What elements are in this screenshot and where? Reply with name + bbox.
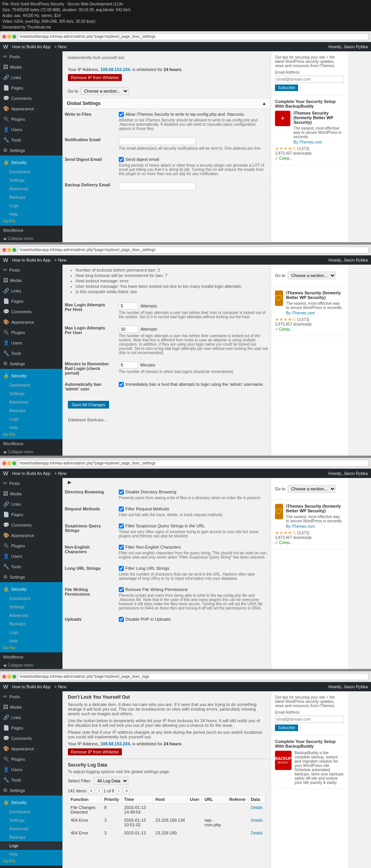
- subscribe-btn[interactable]: Subscribe: [275, 84, 298, 91]
- admin-bar-site-name[interactable]: How to Build An App: [12, 44, 51, 49]
- sidebar-sub-backups[interactable]: Backups: [0, 193, 62, 201]
- log-row-1-details-link[interactable]: Details: [251, 806, 263, 810]
- sidebar4-media[interactable]: 🖼 Media: [0, 702, 62, 712]
- admin-bar-new[interactable]: + New: [54, 44, 67, 49]
- sidebar3-comments[interactable]: 💬 Comments: [0, 520, 62, 530]
- uploads-checkbox-label[interactable]: Disable PHP in Uploads: [119, 617, 268, 622]
- admin-bar-site-name-4[interactable]: How to Build An App: [12, 684, 51, 689]
- sidebar4-pages[interactable]: 📄 Pages: [0, 723, 62, 733]
- sidebar4-appearance[interactable]: 🎨 Appearance: [0, 743, 62, 754]
- sidebar4-sub-advanced[interactable]: Advanced: [0, 824, 62, 833]
- sidebar2-comments[interactable]: 💬 Comments: [0, 306, 62, 317]
- sidebar4-sub-backups[interactable]: Backups: [0, 833, 62, 841]
- sidebar2-sub-advanced[interactable]: Advanced: [0, 398, 62, 406]
- remove-ip-whitelist-btn-1[interactable]: Remove IP from Whitelist: [68, 74, 122, 81]
- sidebar2-appearance[interactable]: 🎨 Appearance: [0, 317, 62, 327]
- sidebar3-sub-backups[interactable]: Backups: [0, 620, 62, 628]
- long-url-checkbox[interactable]: [119, 566, 124, 571]
- sidebar2-media[interactable]: 🖼 Media: [0, 275, 62, 285]
- sidebar3-pages[interactable]: 📄 Pages: [0, 509, 62, 520]
- sidebar2-wordfence[interactable]: Wordfence: [0, 439, 62, 448]
- admin-bar-new-4[interactable]: + New: [54, 684, 67, 689]
- maximize-button-3[interactable]: [12, 461, 16, 465]
- go-pro-link-4[interactable]: Go Pro: [0, 858, 62, 864]
- section-select-widget-3[interactable]: Choose a section...: [288, 485, 336, 493]
- close-button[interactable]: [2, 35, 6, 39]
- first-page-btn[interactable]: «: [88, 788, 95, 794]
- file-writing-checkbox-label[interactable]: Remove File Writing Permissions: [119, 587, 268, 592]
- sidebar3-tools[interactable]: 🔧 Tools: [0, 561, 62, 572]
- sidebar-item-wordfence[interactable]: Wordfence: [0, 226, 62, 235]
- sidebar-sub-logs[interactable]: Logs: [0, 201, 62, 210]
- send-digest-checkbox[interactable]: [119, 157, 124, 162]
- widget-email-input[interactable]: [275, 76, 344, 83]
- sidebar2-sub-dashboard[interactable]: Dashboard: [0, 381, 62, 389]
- sidebar3-settings[interactable]: ⚙ Settings: [0, 572, 62, 582]
- sidebar-sub-help[interactable]: Help: [0, 210, 62, 218]
- sidebar-item-settings[interactable]: ⚙ Settings: [0, 145, 62, 155]
- collapse-menu-btn-2[interactable]: ◀ Collapse menu: [0, 448, 62, 456]
- sidebar4-sub-logs[interactable]: Logs: [0, 841, 62, 850]
- sidebar4-sub-settings[interactable]: Settings: [0, 816, 62, 824]
- go-pro-link-2[interactable]: Go Pro: [0, 432, 62, 437]
- maximize-button-2[interactable]: [12, 248, 16, 252]
- sidebar4-security[interactable]: 🔒 Security: [0, 797, 62, 807]
- sidebar-item-appearance[interactable]: 🎨 Appearance: [0, 103, 62, 114]
- sidebar3-appearance[interactable]: 🎨 Appearance: [0, 530, 62, 540]
- maximize-button[interactable]: [12, 35, 16, 39]
- notification-email-input[interactable]: xbsjasondev@gmail.com: [119, 137, 196, 145]
- sidebar-item-posts[interactable]: ✏ Posts: [0, 51, 62, 62]
- section-select-1[interactable]: Choose a section...: [81, 87, 129, 95]
- go-pro-link[interactable]: Go Pro: [0, 218, 62, 224]
- url-bar-1[interactable]: howtobuildanapp.info/wp-admin/admin.php?…: [18, 33, 369, 40]
- section-select-widget[interactable]: Choose a section...: [288, 272, 336, 279]
- minimize-button-3[interactable]: [7, 461, 11, 465]
- sidebar3-users[interactable]: 👤 Users: [0, 551, 62, 561]
- log-row-2-details-link[interactable]: Details: [251, 818, 263, 822]
- sidebar-item-security[interactable]: 🔒 Security: [0, 157, 62, 167]
- sidebar2-settings[interactable]: ⚙ Settings: [0, 358, 62, 369]
- next-page-btn[interactable]: ›: [116, 788, 121, 794]
- filter-select[interactable]: All Log Data: [94, 777, 128, 785]
- sidebar2-pages[interactable]: 📄 Pages: [0, 296, 62, 306]
- file-writing-checkbox[interactable]: [119, 587, 124, 592]
- remove-ip-whitelist-btn-4[interactable]: Remove IP from Whitelist: [68, 748, 122, 755]
- send-digest-checkbox-label[interactable]: Send digest email: [119, 157, 268, 162]
- uploads-checkbox[interactable]: [119, 617, 124, 622]
- sidebar4-wordfence[interactable]: Wordfence: [0, 866, 62, 868]
- sidebar4-links[interactable]: 🔗 Links: [0, 712, 62, 723]
- sidebar2-sub-help[interactable]: Help: [0, 423, 62, 432]
- sidebar-item-links[interactable]: 🔗 Links: [0, 72, 62, 83]
- sidebar-sub-dashboard[interactable]: Dashboard: [0, 167, 62, 176]
- write-to-files-checkbox-label[interactable]: Allow iThemes Security to write to wp-co…: [119, 112, 268, 117]
- admin-bar-new-3[interactable]: + New: [54, 471, 67, 476]
- go-pro-link-3[interactable]: Go Pro: [0, 645, 62, 651]
- sidebar-sub-settings[interactable]: Settings: [0, 176, 62, 184]
- sidebar4-tools[interactable]: 🔧 Tools: [0, 775, 62, 785]
- sidebar-item-comments[interactable]: 💬 Comments: [0, 93, 62, 103]
- write-to-files-checkbox[interactable]: [119, 112, 124, 117]
- close-button-4[interactable]: [2, 675, 6, 679]
- prev-page-btn[interactable]: ‹: [96, 788, 102, 794]
- auto-ban-checkbox-label[interactable]: Immediately ban a host that attempts to …: [119, 382, 268, 387]
- collapse-menu-btn-3[interactable]: ◀ Collapse menu: [0, 662, 62, 669]
- sidebar4-sub-help[interactable]: Help: [0, 850, 62, 858]
- sidebar4-users[interactable]: 👤 Users: [0, 764, 62, 775]
- close-button-2[interactable]: [2, 248, 6, 252]
- sidebar3-sub-advanced[interactable]: Advanced: [0, 611, 62, 620]
- dir-browsing-checkbox[interactable]: [119, 490, 124, 495]
- max-login-user-input[interactable]: [119, 326, 138, 333]
- url-bar-2[interactable]: howtobuildanapp.info/wp-admin/admin.php?…: [18, 247, 369, 253]
- admin-bar-new-2[interactable]: + New: [54, 258, 67, 262]
- minimize-button-4[interactable]: [7, 675, 11, 679]
- sidebar-item-users[interactable]: 👤 Users: [0, 124, 62, 135]
- save-all-changes-btn[interactable]: Save All Changes: [68, 401, 109, 409]
- sidebar4-settings[interactable]: ⚙ Settings: [0, 785, 62, 795]
- sidebar3-links[interactable]: 🔗 Links: [0, 499, 62, 509]
- suspicious-query-checkbox-label[interactable]: Filter Suspicious Query Strings in the U…: [119, 524, 268, 529]
- backup-delivery-input[interactable]: xbsjasondev@gmail.com: [119, 182, 196, 190]
- request-methods-checkbox[interactable]: [119, 507, 124, 512]
- sidebar4-posts[interactable]: ✏ Posts: [0, 691, 62, 702]
- sidebar-item-media[interactable]: 🖼 Media: [0, 62, 62, 72]
- url-bar-4[interactable]: howtobuildanapp.info/wp-admin/admin.php?…: [18, 673, 369, 680]
